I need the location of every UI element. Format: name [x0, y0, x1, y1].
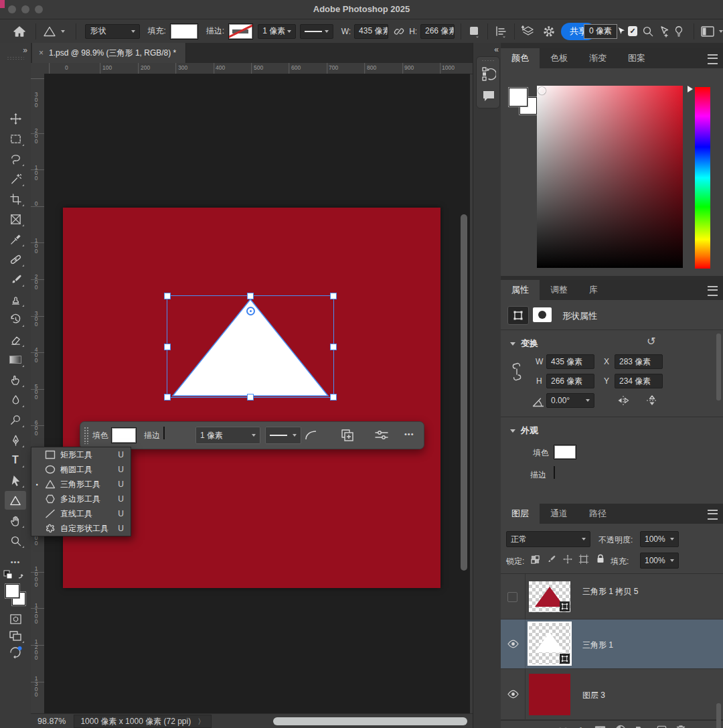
tool-hand[interactable] — [5, 511, 26, 530]
transform-handle-ne[interactable] — [330, 293, 337, 299]
gear-icon[interactable] — [542, 25, 556, 38]
menu-item-rectangle-tool[interactable]: 矩形工具 U — [31, 447, 131, 462]
blend-mode-select[interactable]: 正常 — [506, 531, 590, 547]
menu-item-custom-shape-tool[interactable]: 自定形状工具 U — [31, 521, 131, 536]
foreground-color-swatch[interactable] — [5, 584, 19, 598]
tool-move[interactable] — [5, 109, 26, 128]
reset-transform-icon[interactable]: ↺ — [647, 335, 655, 348]
visibility-toggle-visible[interactable] — [507, 690, 519, 699]
tab-paths[interactable]: 路径 — [578, 504, 617, 524]
tool-frame[interactable] — [5, 210, 26, 228]
layer-name[interactable]: 图层 3 — [582, 690, 605, 701]
canvas-horizontal-scrollbar[interactable] — [273, 717, 467, 725]
new-layer-icon[interactable] — [657, 725, 667, 728]
link-dimensions-icon[interactable] — [393, 25, 405, 38]
transform-section-header[interactable]: 变换 — [510, 338, 538, 350]
pointer-shortcut-icon[interactable] — [658, 25, 669, 38]
transform-width-input[interactable]: 435 像素 — [546, 354, 594, 369]
new-group-icon[interactable] — [635, 725, 647, 728]
stroke-width-select[interactable]: 1 像素 — [258, 24, 295, 39]
screen-mode-icon[interactable] — [5, 626, 26, 645]
new-adjustment-layer-icon[interactable] — [615, 725, 626, 728]
comments-panel-icon[interactable] — [481, 89, 496, 102]
transform-handle-sw[interactable] — [164, 394, 171, 401]
tab-layers[interactable]: 图层 — [501, 504, 540, 524]
mask-properties-mode-button[interactable] — [533, 307, 552, 322]
tool-marquee[interactable] — [5, 129, 26, 148]
history-panel-icon[interactable] — [481, 66, 496, 82]
overlay-stroke-style-select[interactable] — [265, 427, 301, 444]
color-field-marker[interactable] — [538, 87, 546, 94]
shape-settings-sliders-icon[interactable] — [374, 429, 390, 442]
appearance-fill-swatch[interactable] — [554, 445, 576, 459]
height-input[interactable]: 266 像素 — [420, 24, 455, 39]
transform-handle-se[interactable] — [330, 394, 337, 401]
link-layers-icon[interactable] — [557, 725, 569, 728]
transform-handle-e[interactable] — [330, 344, 337, 350]
path-alignment-icon[interactable] — [494, 25, 507, 38]
close-tab-icon[interactable]: × — [39, 48, 44, 58]
layer-row-triangle-copy-5[interactable]: 三角形 1 拷贝 5 — [501, 574, 723, 620]
stroke-style-select[interactable] — [300, 24, 334, 39]
opacity-select[interactable]: 100% — [640, 531, 679, 547]
pasteboard[interactable]: 填色 描边 1 像素 ••• — [44, 74, 470, 713]
appearance-section-header[interactable]: 外观 — [510, 425, 538, 437]
tool-clone-stamp[interactable] — [5, 290, 26, 309]
transform-y-input[interactable]: 234 像素 — [615, 374, 663, 388]
layers-scrollbar[interactable] — [716, 703, 721, 728]
tool-pen[interactable] — [5, 431, 26, 449]
home-icon[interactable] — [13, 25, 26, 38]
triangle-tool-preset-icon[interactable] — [42, 25, 65, 38]
fill-opacity-select[interactable]: 100% — [640, 553, 679, 569]
transform-handle-nw[interactable] — [164, 293, 171, 299]
panel-menu-icon[interactable] — [708, 510, 718, 520]
fill-color-swatch[interactable] — [170, 23, 199, 40]
path-operations-icon[interactable] — [467, 25, 481, 38]
tool-healing-brush[interactable] — [5, 250, 26, 269]
layer-thumbnail-red-fill[interactable] — [529, 674, 570, 715]
tool-more-ellipsis[interactable]: ••• — [5, 553, 26, 571]
hue-slider[interactable] — [695, 87, 710, 269]
corner-radius-widget[interactable] — [246, 307, 255, 315]
swap-colors-icon[interactable] — [3, 569, 25, 581]
tool-eraser[interactable] — [5, 330, 26, 349]
layer-row-layer-3[interactable]: 图层 3 — [501, 669, 723, 720]
duplicate-shape-icon[interactable] — [340, 428, 355, 443]
shape-properties-mode-button[interactable] — [507, 306, 529, 325]
visibility-toggle-visible[interactable] — [507, 640, 519, 648]
tool-lasso[interactable] — [5, 149, 26, 168]
menu-item-line-tool[interactable]: 直线工具 U — [31, 506, 131, 521]
tab-libraries[interactable]: 库 — [578, 280, 609, 300]
transform-handle-n[interactable] — [247, 293, 254, 299]
document-tab[interactable]: × 1.psd @ 98.9% (三角形 1, RGB/8) * — [32, 43, 186, 63]
visibility-toggle-hidden[interactable] — [507, 592, 517, 602]
tool-path-selection[interactable] — [5, 471, 26, 490]
tab-patterns[interactable]: 图案 — [617, 48, 656, 68]
tab-properties[interactable]: 属性 — [501, 280, 540, 300]
flip-horizontal-icon[interactable] — [616, 394, 631, 407]
workspace-switcher-icon[interactable] — [700, 25, 723, 38]
overlay-fill-swatch[interactable] — [111, 427, 137, 443]
menu-item-polygon-tool[interactable]: 多边形工具 U — [31, 492, 131, 506]
collapse-panels-chevron[interactable]: « — [494, 45, 498, 54]
zoom-level[interactable]: 98.87% — [37, 717, 66, 726]
commit-check-icon[interactable]: ✓ — [628, 26, 637, 36]
transform-handle-s[interactable] — [247, 394, 254, 401]
tool-brush[interactable] — [5, 270, 26, 289]
transform-x-input[interactable]: 283 像素 — [615, 354, 663, 369]
panel-foreground-color-swatch[interactable] — [509, 88, 528, 106]
canvas-vertical-scrollbar[interactable] — [461, 214, 467, 571]
lock-artboard-icon[interactable] — [578, 554, 589, 565]
tool-crop[interactable] — [5, 190, 26, 208]
layer-thumbnail[interactable] — [529, 581, 570, 612]
quick-mask-icon[interactable] — [5, 609, 26, 628]
width-input[interactable]: 435 像素 — [354, 24, 388, 39]
add-layer-mask-icon[interactable] — [594, 725, 606, 728]
tab-adjustments[interactable]: 调整 — [540, 280, 578, 300]
appearance-stroke-swatch[interactable] — [554, 466, 555, 479]
rotation-angle-select[interactable]: 0.00° — [546, 393, 594, 408]
tab-color[interactable]: 颜色 — [501, 48, 540, 68]
layer-thumbnail-selected[interactable] — [529, 623, 570, 664]
overlay-stroke-width-select[interactable]: 1 像素 — [195, 427, 260, 444]
tool-dodge[interactable] — [5, 411, 26, 429]
